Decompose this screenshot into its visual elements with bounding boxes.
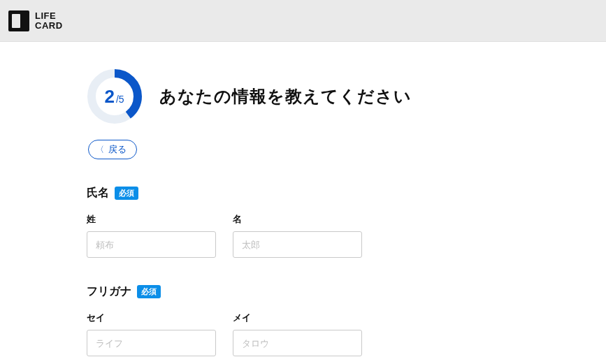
step-header: 2 /5 あなたの情報を教えてください [87,68,520,124]
progress-total: /5 [116,94,124,105]
brand-line2: CARD [35,21,63,31]
lastname-input[interactable] [87,231,216,258]
app-header: LIFE CARD [0,0,606,42]
page-title: あなたの情報を教えてください [159,85,412,108]
progress-label: 2 /5 [87,68,143,124]
field-lastname-kana-label: セイ [87,312,216,324]
section-name-heading: 氏名 [87,186,109,201]
progress-current: 2 [104,86,114,108]
field-lastname: 姓 [87,213,216,258]
furigana-fields-row: セイ メイ [87,312,520,356]
lastname-kana-input[interactable] [87,330,216,356]
back-button-label: 戻る [108,143,127,156]
form-container: 2 /5 あなたの情報を教えてください 〈 戻る 氏名 必須 姓 名 フリガナ [87,42,520,364]
required-badge: 必須 [137,285,161,298]
field-firstname: 名 [233,213,362,258]
field-firstname-kana-label: メイ [233,312,362,324]
field-firstname-label: 名 [233,213,362,226]
section-furigana-heading-row: フリガナ 必須 [87,284,520,299]
name-fields-row: 姓 名 [87,213,520,258]
field-lastname-kana: セイ [87,312,216,356]
field-firstname-kana: メイ [233,312,362,356]
section-furigana-heading: フリガナ [87,284,131,299]
brand-logo: LIFE CARD [8,10,63,31]
brand-mark-icon [8,10,29,31]
back-button[interactable]: 〈 戻る [88,140,137,159]
brand-line1: LIFE [35,11,63,21]
section-furigana: フリガナ 必須 セイ メイ [87,284,520,356]
field-lastname-label: 姓 [87,213,216,226]
firstname-kana-input[interactable] [233,330,362,356]
chevron-left-icon: 〈 [96,144,104,156]
firstname-input[interactable] [233,231,362,258]
section-name: 氏名 必須 姓 名 [87,186,520,258]
section-name-heading-row: 氏名 必須 [87,186,520,201]
required-badge: 必須 [115,187,138,200]
progress-indicator: 2 /5 [87,68,143,124]
brand-text: LIFE CARD [35,11,63,30]
